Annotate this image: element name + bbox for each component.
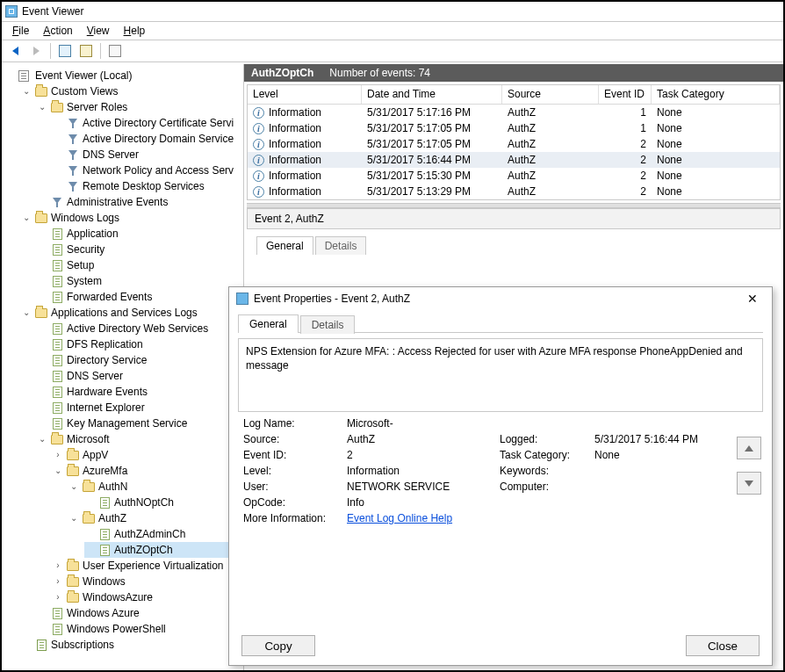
tree-dnssvc[interactable]: DNS Server [37,368,243,384]
tree-kms[interactable]: Key Management Service [37,415,243,431]
tree-label: Custom Views [51,85,118,98]
col-task[interactable]: Task Category [652,85,780,104]
menu-action[interactable]: Action [43,25,72,37]
menu-help[interactable]: Help [124,25,146,37]
tree-windowsazure2[interactable]: Windows Azure [37,605,243,621]
tree-dns-role[interactable]: DNS Server [53,147,243,163]
table-row[interactable]: iInformation5/31/2017 5:16:44 PMAuthZ2No… [248,152,780,168]
tree-wl-sys[interactable]: System [37,273,243,289]
back-button[interactable] [5,42,25,60]
detail-tab-general[interactable]: General [256,236,313,255]
tree-wl-app[interactable]: Application [37,226,243,242]
tree-microsoft[interactable]: ⌄Microsoft [37,431,243,447]
tree-windows-logs[interactable]: ⌄Windows Logs [21,210,243,226]
tree-app-svc-logs[interactable]: ⌄Applications and Services Logs [21,305,243,321]
forward-button[interactable] [26,42,46,60]
detail-header: Event 2, AuthZ [247,208,781,229]
next-event-button[interactable] [737,472,761,495]
menu-file[interactable]: File [12,25,29,37]
log-icon [53,323,62,335]
event-log-help-link[interactable]: Event Log Online Help [347,512,452,524]
table-row[interactable]: iInformation5/31/2017 5:13:29 PMAuthZ2No… [248,184,780,199]
tree-adcs[interactable]: Active Directory Certificate Servi [53,115,243,131]
window-title: Event Viewer [22,5,83,18]
folder-icon [83,482,95,492]
tree-label: Setup [67,259,94,271]
tree-label: Active Directory Certificate Servi [83,117,234,129]
tree-windowsazure[interactable]: ›WindowsAzure [53,589,243,605]
tree-label: Network Policy and Access Serv [83,164,234,177]
tree-authz[interactable]: ⌄AuthZ [68,510,243,526]
lbl-source: Source: [243,433,343,445]
tree-authn[interactable]: ⌄AuthN [68,479,243,495]
val-source: AuthZ [347,433,496,445]
log-icon [100,529,110,540]
tree-authnoptch[interactable]: AuthNOptCh [84,495,243,510]
tree-root[interactable]: Event Viewer (Local) [5,68,243,83]
dialog-titlebar[interactable]: Event Properties - Event 2, AuthZ ✕ [229,287,772,310]
tree-adws[interactable]: Active Directory Web Services [37,321,243,336]
dialog-tab-details[interactable]: Details [300,315,356,334]
tree-label: Subscriptions [51,639,114,651]
table-row[interactable]: iInformation5/31/2017 5:17:05 PMAuthZ1No… [248,120,780,136]
info-icon: i [253,155,264,166]
toolbar [2,40,783,62]
toolbar-btn-2[interactable] [76,42,96,60]
event-table-header[interactable]: Level Date and Time Source Event ID Task… [248,85,780,105]
tree-custom-views[interactable]: ⌄Custom Views [21,83,243,99]
dialog-tab-general[interactable]: General [238,314,299,333]
tree-label: AuthN [98,481,127,493]
tree-npas[interactable]: Network Policy and Access Serv [53,163,243,178]
col-id[interactable]: Event ID [599,85,652,104]
folder-icon [51,435,63,444]
tree-admin-events[interactable]: Administrative Events [37,194,243,210]
copy-button[interactable]: Copy [241,635,315,656]
tree-label: AuthZOptCh [114,544,173,556]
col-source[interactable]: Source [502,85,599,104]
close-button[interactable]: Close [686,635,760,656]
tree-subscriptions[interactable]: Subscriptions [21,637,243,653]
tree-rds[interactable]: Remote Desktop Services [53,178,243,194]
lbl-keywords: Keywords: [500,465,591,477]
tree-server-roles[interactable]: ⌄Server Roles [37,99,243,115]
detail-tab-details[interactable]: Details [315,236,367,255]
tree-authzadmin[interactable]: AuthZAdminCh [84,526,243,542]
tree-powershell[interactable]: Windows PowerShell [37,621,243,637]
filter-icon [68,166,77,176]
tree-wl-setup[interactable]: Setup [37,257,243,273]
prev-event-button[interactable] [737,437,761,459]
tree-label: DNS Server [83,148,139,161]
tree-pane[interactable]: Event Viewer (Local) ⌄Custom Views ⌄Serv… [2,64,244,670]
filter-icon [68,182,77,191]
table-row[interactable]: iInformation5/31/2017 5:17:05 PMAuthZ2No… [248,136,780,152]
tree-label: Active Directory Domain Service [83,133,234,145]
menu-view[interactable]: View [87,25,110,37]
col-date[interactable]: Date and Time [362,85,502,104]
tree-wl-fwd[interactable]: Forwarded Events [37,289,243,305]
table-row[interactable]: iInformation5/31/2017 5:17:16 PMAuthZ1No… [248,105,780,120]
tree-authzoptch[interactable]: AuthZOptCh [84,542,243,558]
tree-dirsvc[interactable]: Directory Service [37,352,243,368]
tree-adds[interactable]: Active Directory Domain Service [53,131,243,147]
table-row[interactable]: iInformation5/31/2017 5:15:30 PMAuthZ2No… [248,168,780,184]
event-table-body: iInformation5/31/2017 5:17:16 PMAuthZ1No… [248,105,780,199]
toolbar-btn-1[interactable] [55,42,75,60]
folder-icon [51,103,63,112]
tree-windows[interactable]: ›Windows [53,574,243,589]
toolbar-btn-3[interactable] [105,42,125,60]
tree-label: Hardware Events [67,386,148,398]
dialog-close-button[interactable]: ✕ [740,290,765,307]
col-level[interactable]: Level [248,85,362,104]
log-name: AuthZOptCh [251,67,313,79]
tree-ie[interactable]: Internet Explorer [37,400,243,415]
app-icon [5,5,18,18]
tree-uev[interactable]: ›User Experience Virtualization [53,558,243,574]
tree-wl-sec[interactable]: Security [37,242,243,257]
tree-azuremfa[interactable]: ⌄AzureMfa [53,463,243,479]
tree-hw[interactable]: Hardware Events [37,384,243,400]
tree-appv[interactable]: ›AppV [53,447,243,463]
dialog-message-box: NPS Extension for Azure MFA: : Access Re… [238,338,763,412]
tree-dfs[interactable]: DFS Replication [37,336,243,352]
val-user: NETWORK SERVICE [347,481,496,493]
event-table[interactable]: Level Date and Time Source Event ID Task… [247,84,781,200]
